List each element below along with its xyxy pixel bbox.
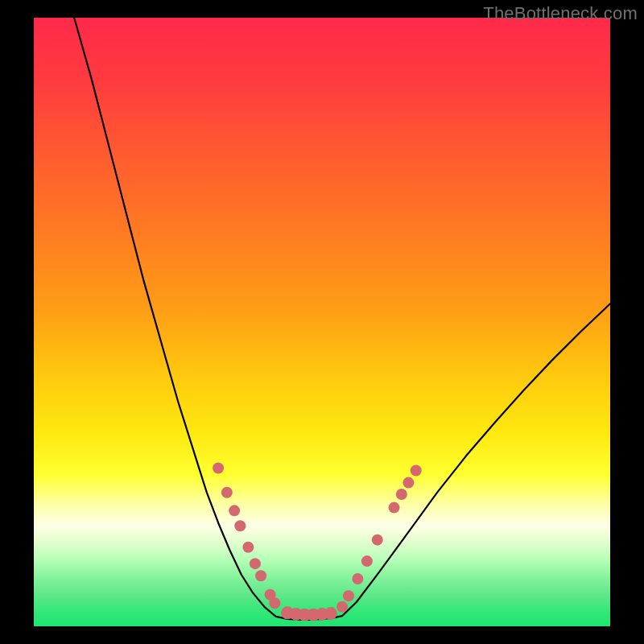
curve-marker [411,464,422,476]
curve-marker [343,590,354,601]
curve-marker [229,505,240,516]
curve-marker [361,555,373,567]
bottleneck-chart-svg [0,0,644,644]
curve-marker [336,601,348,613]
curve-marker [242,542,254,553]
bottleneck-chart-container: TheBottleneck.com [0,0,644,644]
curve-marker [372,535,383,546]
curve-marker [269,597,280,609]
heat-gradient-background [34,18,610,626]
curve-marker [234,520,246,531]
curve-marker [352,573,363,584]
curve-marker [213,462,224,473]
curve-marker [221,487,233,498]
curve-marker [250,558,261,569]
curve-marker [255,570,266,581]
curve-marker [324,607,337,620]
watermark-text: TheBottleneck.com [483,3,638,24]
curve-marker [402,477,414,489]
curve-marker [389,502,400,514]
curve-marker [396,489,407,500]
